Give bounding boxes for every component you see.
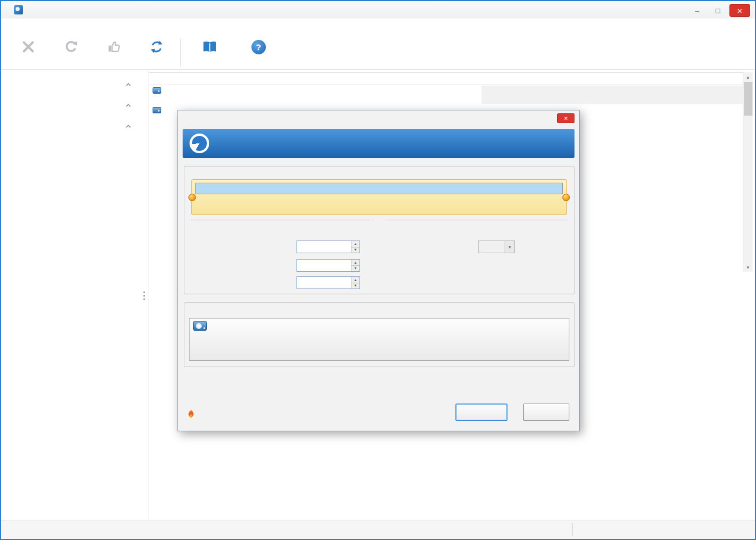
- book-icon: [202, 39, 218, 55]
- redo-icon: [64, 39, 79, 55]
- titlebar[interactable]: – □ ×: [1, 1, 755, 19]
- dropdown-arrow-icon: ▼: [505, 241, 514, 253]
- cluster-dropdown[interactable]: ▼: [478, 241, 515, 253]
- refresh-icon: [149, 39, 164, 55]
- spin-down-icon[interactable]: ▼: [351, 265, 360, 272]
- size-spinner: ▲▼: [297, 241, 360, 253]
- scroll-down-arrow[interactable]: ▼: [743, 262, 753, 272]
- spin-up-icon[interactable]: ▲: [351, 260, 360, 265]
- disk-info: [191, 320, 240, 359]
- about-button[interactable]: ?: [234, 38, 283, 57]
- splitter-handle[interactable]: [143, 291, 145, 293]
- partition-size-bar: [195, 183, 563, 194]
- table-header: [149, 72, 753, 84]
- minimize-button[interactable]: –: [688, 4, 706, 17]
- ok-button[interactable]: [455, 404, 507, 421]
- menubar: [1, 19, 755, 35]
- guide-button[interactable]: [186, 38, 234, 57]
- niubi-logo-icon: [190, 134, 209, 153]
- scrollbar-thumb[interactable]: [744, 82, 753, 116]
- disk0-row[interactable]: [149, 86, 727, 105]
- window-controls: – □ ×: [688, 3, 750, 18]
- statusbar: [1, 520, 755, 539]
- undo-icon: [21, 39, 36, 55]
- before-spinner: ▲▼: [297, 259, 360, 272]
- cancel-button[interactable]: [523, 404, 569, 421]
- disk-strip: [189, 318, 569, 361]
- dialog-titlebar[interactable]: [178, 110, 579, 125]
- sidebar-section-tools[interactable]: [1, 77, 149, 92]
- sidebar-section-pending[interactable]: [1, 119, 149, 134]
- sidebar: [1, 70, 149, 520]
- chevron-up-icon: [125, 122, 131, 130]
- redo-button[interactable]: [50, 38, 92, 57]
- maximize-button[interactable]: □: [709, 4, 727, 17]
- sidebar-section-operations[interactable]: [1, 98, 149, 113]
- used-space-fill: [196, 183, 562, 194]
- refresh-button[interactable]: [135, 38, 178, 57]
- thumbs-up-icon: [106, 39, 121, 55]
- disk-preview-group: [184, 302, 575, 367]
- toolbar: ?: [1, 35, 755, 70]
- disk-icon: [193, 321, 207, 331]
- undo-button[interactable]: [7, 38, 50, 57]
- dialog-close-button[interactable]: ×: [557, 113, 575, 123]
- resize-widget[interactable]: [191, 179, 567, 215]
- partition-icon: [153, 107, 161, 113]
- close-button[interactable]: ×: [729, 4, 750, 17]
- resize-handle-right[interactable]: [562, 194, 570, 201]
- rollback-link-row: [187, 409, 199, 420]
- toolbar-separator: [180, 39, 181, 66]
- scroll-up-arrow[interactable]: ▲: [743, 72, 753, 82]
- statusbar-divider: [572, 523, 573, 536]
- size-location-group: ▲▼ ▼ ▲▼ ▲▼: [184, 166, 575, 294]
- maximum-text: [191, 220, 567, 220]
- help-icon: ?: [251, 39, 266, 55]
- resize-handle-left[interactable]: [188, 194, 196, 201]
- app-icon: [14, 5, 23, 14]
- dialog-banner: [183, 129, 575, 158]
- spin-down-icon[interactable]: ▼: [351, 283, 360, 289]
- cluster-field: ▼: [438, 241, 515, 253]
- flame-icon: [187, 409, 195, 420]
- spin-down-icon[interactable]: ▼: [351, 247, 360, 253]
- spin-up-icon[interactable]: ▲: [351, 277, 360, 283]
- chevron-up-icon: [125, 101, 131, 109]
- vertical-scrollbar[interactable]: ▲ ▼: [743, 72, 753, 272]
- apply-button[interactable]: [92, 38, 135, 57]
- disk-icon: [153, 87, 161, 94]
- after-spinner: ▲▼: [297, 276, 360, 289]
- chevron-up-icon: [125, 80, 131, 88]
- spin-up-icon[interactable]: ▲: [351, 241, 360, 247]
- resize-dialog: × ▲▼ ▼: [177, 110, 580, 431]
